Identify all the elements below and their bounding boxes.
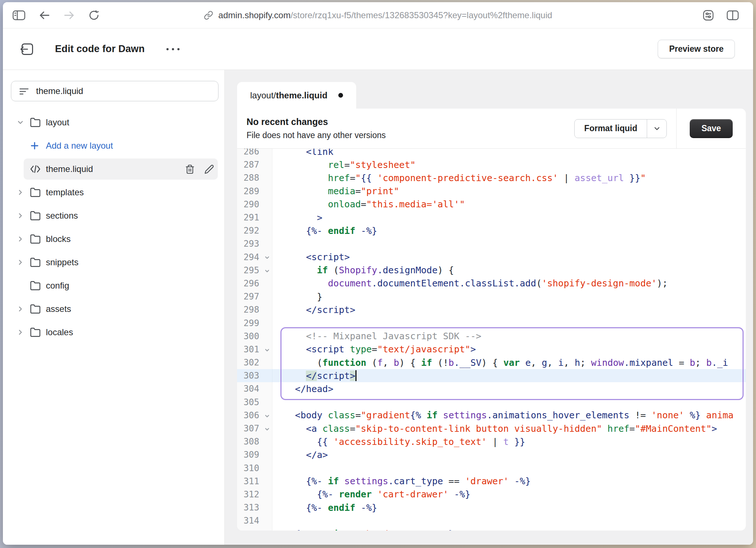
- line-number: 313: [237, 501, 272, 514]
- sidebar-item-layout[interactable]: layout: [3, 111, 224, 134]
- sidebar-item-templates[interactable]: templates: [3, 181, 224, 204]
- url-bar[interactable]: admin.shopify.com/store/rzq1xu-f5/themes…: [204, 10, 552, 20]
- code-line-content[interactable]: rel="stylesheet": [272, 158, 746, 171]
- code-line-content[interactable]: </script>: [272, 303, 746, 316]
- code-line-294: 294 <script>: [237, 251, 746, 264]
- chevron-right-icon: [16, 235, 24, 243]
- line-number: 309: [237, 448, 272, 461]
- sidebar-item-blocks[interactable]: blocks: [3, 227, 224, 251]
- file-filter-input[interactable]: [36, 86, 211, 96]
- chevron-right-icon: [16, 258, 24, 266]
- code-line-content[interactable]: [272, 237, 746, 250]
- code-line-content[interactable]: {%- endif -%}: [272, 224, 746, 237]
- back-icon[interactable]: [39, 10, 50, 20]
- fold-toggle[interactable]: [264, 347, 270, 353]
- code-line-content[interactable]: {% sections 'header-group' %}: [272, 527, 746, 531]
- code-line-content[interactable]: {%- endif -%}: [272, 501, 746, 514]
- code-line-content[interactable]: <a class="skip-to-content-link button vi…: [272, 422, 746, 435]
- code-line-content[interactable]: </head>: [272, 382, 746, 395]
- folder-icon: [30, 117, 46, 128]
- code-line-content[interactable]: if (Shopify.designMode) {: [272, 264, 746, 277]
- sidebar-item-locales[interactable]: locales: [3, 321, 224, 344]
- code-line-content[interactable]: <script>: [272, 251, 746, 264]
- code-line-312: 312 {%- render 'cart-drawer' -%}: [237, 488, 746, 501]
- line-number: 305: [237, 396, 272, 409]
- chevron-right-icon[interactable]: [16, 188, 30, 196]
- line-number: 298: [237, 303, 272, 316]
- preview-store-button[interactable]: Preview store: [658, 40, 735, 59]
- code-line-content[interactable]: <!-- Mixpanel Javascript SDK -->: [272, 330, 746, 343]
- code-line-306: 306 <body class="gradient{% if settings.…: [237, 409, 746, 422]
- code-line-content[interactable]: <link: [272, 149, 746, 158]
- chevron-right-icon[interactable]: [16, 235, 30, 243]
- code-line-302: 302 (function (f, b) { if (!b.__SV) { va…: [237, 356, 746, 369]
- code-line-296: 296 document.documentElement.classList.a…: [237, 277, 746, 290]
- fold-toggle[interactable]: [264, 268, 270, 274]
- sidebar-item-label: Add a new layout: [46, 141, 113, 151]
- fold-toggle[interactable]: [264, 426, 270, 432]
- exit-editor-icon[interactable]: [20, 42, 35, 56]
- code-file-icon: [30, 164, 41, 174]
- code-line-304: 304 </head>: [237, 382, 746, 395]
- code-line-311: 311 {%- if settings.cart_type == 'drawer…: [237, 475, 746, 488]
- more-options-menu[interactable]: [164, 46, 182, 52]
- split-view-icon[interactable]: [726, 10, 739, 21]
- code-line-content[interactable]: [272, 462, 746, 475]
- code-line-content[interactable]: </script>: [272, 369, 746, 382]
- pencil-icon[interactable]: [203, 163, 216, 176]
- chevron-right-icon[interactable]: [16, 328, 30, 336]
- code-line-content[interactable]: <script type="text/javascript">: [272, 343, 746, 356]
- code-line-content[interactable]: [272, 316, 746, 329]
- chevron-right-icon[interactable]: [16, 258, 30, 266]
- chevron-down-icon[interactable]: [16, 118, 30, 126]
- code-editor[interactable]: 286 <link287 rel="stylesheet"288 href="{…: [237, 149, 746, 531]
- sidebar-item-sections[interactable]: sections: [3, 204, 224, 227]
- chevron-right-icon[interactable]: [16, 305, 30, 313]
- chevron-right-icon: [16, 305, 24, 313]
- sidebar-item-theme-liquid[interactable]: theme.liquid: [3, 157, 224, 181]
- line-number: 294: [237, 251, 272, 264]
- sidebar-item-add-a-new-layout[interactable]: Add a new layout: [3, 134, 224, 157]
- code-line-content[interactable]: document.documentElement.classList.add('…: [272, 277, 746, 290]
- line-number: 307: [237, 422, 272, 435]
- folder-icon: [30, 210, 41, 221]
- code-line-content[interactable]: {%- if settings.cart_type == 'drawer' -%…: [272, 475, 746, 488]
- version-status: No recent changes File does not have any…: [247, 117, 574, 140]
- sidebar-item-label: sections: [46, 211, 78, 221]
- code-line-content[interactable]: [272, 514, 746, 527]
- line-number: 310: [237, 462, 272, 475]
- code-line-content[interactable]: {{ 'accessibility.skip_to_text' | t }}: [272, 435, 746, 448]
- code-line-content[interactable]: [272, 396, 746, 409]
- code-line-content[interactable]: media="print": [272, 185, 746, 198]
- sidebar-toggle-icon[interactable]: [12, 9, 25, 21]
- line-number: 291: [237, 211, 272, 224]
- code-line-298: 298 </script>: [237, 303, 746, 316]
- code-line-content[interactable]: <body class="gradient{% if settings.anim…: [272, 409, 746, 422]
- sidebar-item-assets[interactable]: assets: [3, 297, 224, 321]
- code-line-content[interactable]: (function (f, b) { if (!b.__SV) { var e,…: [272, 356, 746, 369]
- fold-chevron-icon: [264, 426, 270, 432]
- line-number: 311: [237, 475, 272, 488]
- chevron-right-icon[interactable]: [16, 212, 30, 220]
- line-number: 314: [237, 514, 272, 527]
- code-line-content[interactable]: onload="this.media='all'": [272, 198, 746, 211]
- format-liquid-button[interactable]: Format liquid: [574, 119, 667, 138]
- code-line-content[interactable]: href="{{ 'component-predictive-search.cs…: [272, 171, 746, 184]
- folder-icon: [30, 304, 46, 314]
- tab-theme-liquid[interactable]: layout/theme.liquid: [237, 82, 356, 109]
- chevron-right-icon: [16, 212, 24, 220]
- code-line-content[interactable]: {%- render 'cart-drawer' -%}: [272, 488, 746, 501]
- code-line-content[interactable]: </a>: [272, 448, 746, 461]
- forward-icon[interactable]: [63, 10, 75, 20]
- reload-icon[interactable]: [88, 9, 100, 21]
- code-line-content[interactable]: >: [272, 211, 746, 224]
- save-button[interactable]: Save: [690, 119, 733, 138]
- code-line-content[interactable]: }: [272, 290, 746, 303]
- sidebar-item-config[interactable]: config: [3, 274, 224, 297]
- trash-icon[interactable]: [184, 163, 196, 176]
- sidebar-item-snippets[interactable]: snippets: [3, 251, 224, 274]
- format-options-toggle[interactable]: [647, 120, 666, 138]
- extensions-icon[interactable]: [702, 9, 714, 21]
- fold-toggle[interactable]: [264, 413, 270, 419]
- fold-toggle[interactable]: [264, 255, 270, 261]
